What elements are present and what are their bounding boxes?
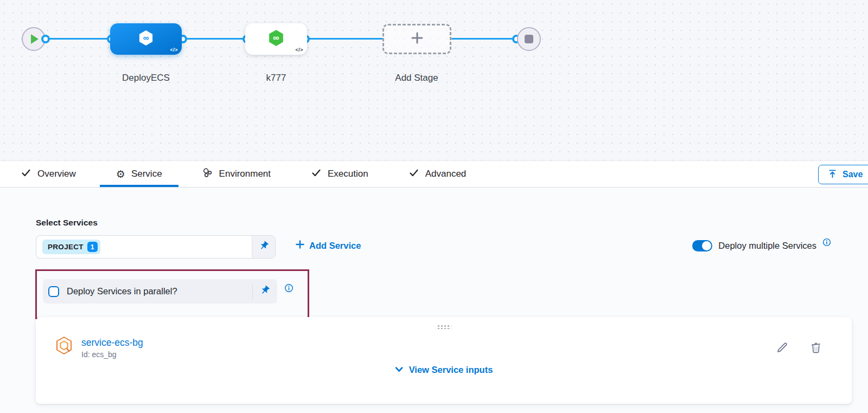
pin-icon [259, 241, 269, 253]
save-button-label: Save [843, 170, 863, 179]
deploy-multiple-label: Deploy multiple Services [718, 241, 816, 251]
stage-label: k777 [222, 73, 330, 83]
drag-handle[interactable] [437, 324, 451, 329]
service-card: service-ecs-bg Id: ecs_bg Vie [36, 317, 852, 404]
tab-environment[interactable]: Environment [186, 161, 287, 187]
deploy-parallel-field: Deploy Services in parallel? [43, 279, 277, 304]
highlight-annotation: Deploy Services in parallel? [35, 269, 309, 319]
connector-line [451, 38, 518, 40]
play-icon [31, 34, 39, 44]
environment-icon [202, 167, 213, 181]
harness-cd-icon: ∞ [137, 29, 155, 49]
save-button[interactable]: Save [818, 165, 868, 184]
stop-icon [525, 35, 533, 43]
svg-text:∞: ∞ [143, 33, 149, 42]
connector-line [46, 38, 112, 40]
connector-line [183, 38, 248, 40]
plus-icon [410, 31, 424, 47]
toggle-knob [702, 241, 711, 250]
upload-icon [827, 169, 838, 181]
chip-count-badge: 1 [87, 242, 98, 252]
deploy-multiple-services-group: Deploy multiple Services [692, 240, 831, 251]
service-tab-panel: Select Services PROJECT 1 Add Service [0, 188, 868, 413]
pipeline-end-node [517, 27, 541, 51]
stage-node-deployecs[interactable]: ∞ </> [110, 23, 182, 55]
tab-execution[interactable]: Execution [295, 161, 385, 187]
info-icon[interactable] [284, 283, 293, 295]
pin-runtime-input-button[interactable] [252, 236, 275, 258]
stage-tabs-bar: Overview ⚙ Service Environment Execution [0, 160, 868, 188]
check-icon [311, 167, 322, 181]
add-service-label: Add Service [309, 241, 361, 251]
tab-label: Advanced [425, 169, 467, 179]
edit-service-button[interactable] [776, 341, 789, 356]
tab-label: Execution [328, 169, 368, 179]
stage-label: DeployECS [92, 73, 200, 83]
stage-label: Add Stage [362, 73, 471, 83]
deploy-parallel-label: Deploy Services in parallel? [67, 286, 252, 296]
chip-label: PROJECT [48, 243, 84, 251]
select-services-label: Select Services [36, 218, 98, 228]
service-id-text: Id: ecs_bg [81, 350, 117, 359]
deploy-multiple-toggle[interactable] [692, 240, 712, 251]
tab-label: Service [131, 169, 162, 179]
stage-node-k777[interactable]: ∞ </> [245, 23, 307, 55]
pin-icon [260, 285, 270, 298]
tab-advanced[interactable]: Advanced [392, 161, 483, 187]
yaml-code-badge: </> [170, 47, 178, 53]
service-name-link[interactable]: service-ecs-bg [81, 337, 143, 349]
active-tab-underline [100, 185, 178, 187]
tab-label: Environment [219, 169, 271, 179]
harness-cd-icon: ∞ [267, 29, 285, 49]
info-icon[interactable] [822, 238, 831, 249]
yaml-code-badge: </> [295, 47, 303, 53]
view-inputs-label: View Service inputs [409, 365, 493, 375]
pipeline-canvas[interactable]: ∞ </> ∞ </> DeployECS [0, 0, 868, 160]
svg-text:∞: ∞ [273, 33, 279, 42]
tab-service[interactable]: ⚙ Service [100, 161, 178, 187]
chevron-down-icon [395, 365, 404, 375]
pipeline-stage-editor: ∞ </> ∞ </> DeployECS [0, 0, 868, 413]
view-service-inputs-link[interactable]: View Service inputs [395, 365, 493, 375]
add-service-button[interactable]: Add Service [296, 240, 361, 251]
add-stage-button[interactable] [382, 24, 451, 54]
connector-port[interactable] [41, 35, 50, 43]
deploy-parallel-checkbox[interactable] [48, 286, 59, 297]
delete-service-button[interactable] [809, 341, 822, 356]
gear-icon: ⚙ [116, 169, 125, 179]
check-icon [409, 167, 419, 181]
services-multiselect-input[interactable]: PROJECT 1 [36, 235, 276, 259]
pin-runtime-input-button[interactable] [253, 285, 277, 298]
tab-overview[interactable]: Overview [4, 161, 92, 187]
selected-service-chip[interactable]: PROJECT 1 [42, 240, 100, 254]
plus-icon [296, 240, 304, 251]
service-hexagon-icon [54, 335, 74, 358]
connector-line [305, 38, 384, 40]
tab-label: Overview [37, 169, 76, 179]
check-icon [21, 167, 31, 181]
